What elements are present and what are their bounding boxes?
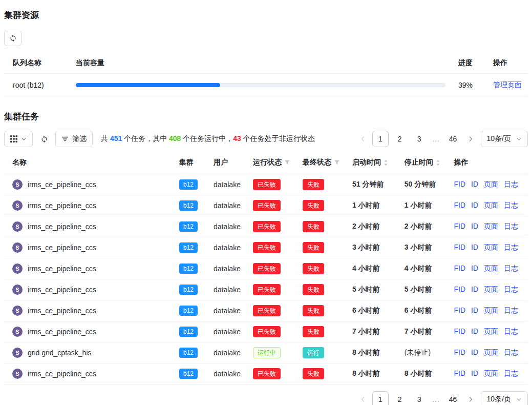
action-link-log[interactable]: 日志 [504, 306, 518, 314]
filter-button[interactable]: 筛选 [55, 131, 93, 147]
action-link-page[interactable]: 页面 [484, 369, 498, 377]
action-link-log[interactable]: 日志 [504, 348, 518, 356]
action-link-id[interactable]: ID [471, 222, 478, 230]
page-size-label: 10条/页 [487, 395, 511, 404]
pagination-page-46[interactable]: 46 [445, 131, 461, 147]
action-link-page[interactable]: 页面 [484, 306, 498, 314]
cluster-badge: b12 [179, 285, 198, 295]
sort-icon[interactable] [436, 159, 440, 166]
chevron-left-icon [360, 396, 366, 402]
action-link-fid[interactable]: FID [454, 180, 465, 188]
stop-time: 4 小时前 [396, 258, 446, 279]
column-header-2: 集群 [171, 151, 205, 174]
tasks-refresh-button[interactable] [37, 131, 51, 147]
filter-funnel-icon[interactable] [284, 159, 290, 166]
column-header-7[interactable]: 停止时间 [396, 151, 446, 174]
task-row: Sirms_ce_pipeline_ccsb12datalake已失败失败6 小… [4, 300, 528, 321]
pagination-page-3[interactable]: 3 [411, 391, 428, 405]
pagination-next[interactable] [464, 131, 477, 147]
action-link-fid[interactable]: FID [454, 201, 465, 209]
spark-avatar: S [12, 221, 23, 232]
run-status-badge: 已失败 [253, 284, 281, 295]
action-link-log[interactable]: 日志 [504, 327, 518, 335]
pagination-page-2[interactable]: 2 [392, 131, 408, 147]
pagination-page-2[interactable]: 2 [392, 391, 408, 405]
column-header-4[interactable]: 运行状态 [245, 151, 294, 174]
pagination-page-1[interactable]: 1 [372, 391, 389, 405]
action-link-id[interactable]: ID [471, 306, 478, 314]
action-link-page[interactable]: 页面 [484, 327, 498, 335]
column-label: 停止时间 [405, 158, 433, 167]
action-link-fid[interactable]: FID [454, 264, 465, 272]
column-header-3: 用户 [205, 151, 245, 174]
final-status-badge: 失败 [303, 242, 324, 253]
action-link-page[interactable]: 页面 [484, 222, 498, 230]
start-time: 51 分钟前 [344, 174, 396, 195]
action-link-id[interactable]: ID [471, 264, 478, 272]
action-link-id[interactable]: ID [471, 243, 478, 251]
action-link-log[interactable]: 日志 [504, 264, 518, 272]
pagination-page-46[interactable]: 46 [445, 391, 461, 405]
pagination-page-3[interactable]: 3 [411, 131, 428, 147]
manage-page-link[interactable]: 管理页面 [493, 80, 522, 89]
column-header-progress: 进度 [458, 58, 482, 68]
action-link-log[interactable]: 日志 [504, 201, 518, 209]
action-link-fid[interactable]: FID [454, 348, 465, 356]
action-link-page[interactable]: 页面 [484, 348, 498, 356]
resources-refresh-button[interactable] [4, 30, 22, 46]
action-link-page[interactable]: 页面 [484, 264, 498, 272]
start-time: 5 小时前 [344, 279, 396, 300]
action-link-id[interactable]: ID [471, 180, 478, 188]
column-header-5[interactable]: 最终状态 [294, 151, 344, 174]
action-link-fid[interactable]: FID [454, 327, 465, 335]
summary-text: 个任务，其中 [122, 134, 169, 143]
action-link-id[interactable]: ID [471, 285, 478, 293]
refresh-icon [9, 34, 17, 42]
action-link-fid[interactable]: FID [454, 222, 465, 230]
action-link-page[interactable]: 页面 [484, 201, 498, 209]
action-link-log[interactable]: 日志 [504, 180, 518, 188]
action-link-log[interactable]: 日志 [504, 243, 518, 251]
action-link-page[interactable]: 页面 [484, 285, 498, 293]
pagination-ellipsis[interactable]: ... [431, 395, 442, 403]
final-status-badge: 失败 [303, 179, 324, 190]
density-dropdown-button[interactable] [4, 131, 33, 147]
task-row: Sirms_ce_pipeline_ccsb12datalake已失败失败5 小… [4, 279, 528, 300]
stop-time: 8 小时前 [396, 363, 446, 384]
action-link-fid[interactable]: FID [454, 369, 465, 377]
spark-avatar: S [12, 179, 23, 190]
action-link-fid[interactable]: FID [454, 306, 465, 314]
start-time: 8 小时前 [344, 363, 396, 384]
pagination-ellipsis[interactable]: ... [431, 135, 442, 143]
filter-funnel-icon[interactable] [334, 159, 340, 166]
pagination-page-1[interactable]: 1 [372, 131, 389, 147]
grid-density-icon [10, 135, 17, 143]
chevron-down-icon [21, 136, 27, 142]
action-link-id[interactable]: ID [471, 348, 478, 356]
action-link-log[interactable]: 日志 [504, 222, 518, 230]
pagination-next[interactable] [464, 391, 477, 405]
action-link-fid[interactable]: FID [454, 243, 465, 251]
task-user: datalake [214, 307, 241, 315]
action-link-id[interactable]: ID [471, 327, 478, 335]
action-link-id[interactable]: ID [471, 369, 478, 377]
page-size-select-top[interactable]: 10条/页 [481, 131, 528, 147]
queue-name: root (b12) [4, 81, 76, 89]
action-link-id[interactable]: ID [471, 201, 478, 209]
action-link-page[interactable]: 页面 [484, 180, 498, 188]
task-row: Sirms_ce_pipeline_ccsb12datalake已失败失败8 小… [4, 363, 528, 384]
column-label: 操作 [454, 158, 468, 167]
page-size-select-bottom[interactable]: 10条/页 [481, 391, 528, 405]
sort-icon[interactable] [384, 159, 388, 166]
column-header-6[interactable]: 启动时间 [344, 151, 396, 174]
queue-row: root (b12) 39% 管理页面 [4, 74, 528, 96]
page-size-label: 10条/页 [487, 134, 511, 144]
task-name: irms_ce_pipeline_ccs [28, 244, 96, 252]
task-name: irms_ce_pipeline_ccs [28, 328, 96, 336]
start-time: 7 小时前 [344, 321, 396, 342]
action-link-log[interactable]: 日志 [504, 285, 518, 293]
task-user: datalake [214, 265, 241, 273]
action-link-fid[interactable]: FID [454, 285, 465, 293]
action-link-page[interactable]: 页面 [484, 243, 498, 251]
action-link-log[interactable]: 日志 [504, 369, 518, 377]
